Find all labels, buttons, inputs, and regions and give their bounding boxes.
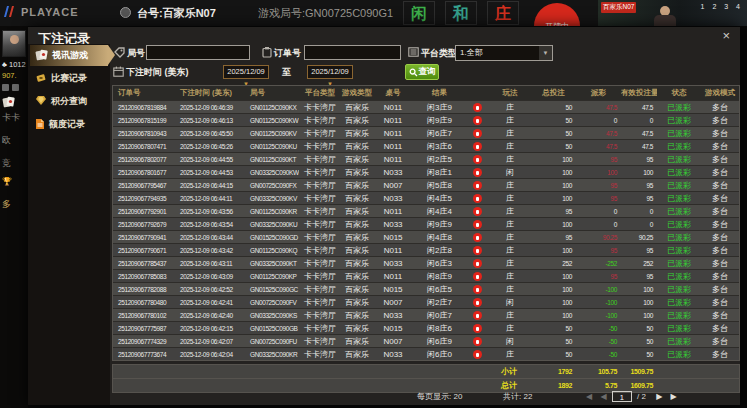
table-row: 2512090677929012025-12-09 06:43:56GN0112…: [113, 204, 739, 217]
cell-platform: 卡卡湾厅: [299, 179, 341, 191]
cell-game-mode: 多台: [701, 348, 739, 360]
bet-records-modal: 下注记录 × 视讯游戏比赛记录积分查询额度记录 局号 订单号 平台类型 1.全部…: [28, 27, 740, 405]
result-detail-icon[interactable]: [466, 218, 489, 230]
table-row: 2512090678074712025-12-09 06:45:26GN0112…: [113, 139, 739, 152]
platform-type-select[interactable]: 1.全部 ▼: [455, 45, 553, 61]
order-number-input[interactable]: [304, 45, 401, 60]
result-detail-icon[interactable]: [466, 309, 489, 321]
cell-result: 闲4庄8: [413, 231, 466, 243]
sidebar-item-fragment: 竞: [2, 157, 11, 170]
cell-play: 庄: [489, 322, 531, 334]
cell-result: 闲3庄9: [413, 101, 466, 113]
last-page-button[interactable]: ▶: [671, 392, 677, 401]
cell-bet-time: 2025-12-09 06:43:56: [175, 205, 245, 217]
first-page-button[interactable]: ◀: [586, 392, 592, 401]
cell-game-type: 百家乐: [341, 140, 373, 152]
cell-game-type: 百家乐: [341, 309, 373, 321]
cell-payout: -252: [576, 257, 621, 269]
sidebar-item-3[interactable]: 积分查询: [30, 91, 108, 112]
cell-status: 已派彩: [657, 348, 701, 360]
gem-icon: [35, 95, 47, 108]
cell-bet-time: 2025-12-09 06:43:11: [175, 257, 245, 269]
cell-total-bet: 50: [531, 140, 576, 152]
cell-total-bet: 100: [531, 192, 576, 204]
cell-status: 已派彩: [657, 270, 701, 282]
cell-bet-time: 2025-12-09 06:44:11: [175, 192, 245, 204]
cell-payout: 95: [576, 153, 621, 165]
result-detail-icon[interactable]: [466, 296, 489, 308]
cell-round-no: GN01525C090GC: [245, 283, 299, 295]
page-number-input[interactable]: 1: [612, 391, 632, 402]
result-detail-icon[interactable]: [466, 192, 489, 204]
next-page-button[interactable]: ▶: [656, 392, 662, 401]
to-label: 至: [282, 66, 291, 79]
cell-valid-bet: 95: [621, 244, 657, 256]
cell-result: 闲3庄6: [413, 140, 466, 152]
result-detail-icon[interactable]: [466, 101, 489, 113]
round-number-input[interactable]: [146, 45, 250, 60]
result-detail-icon[interactable]: [466, 257, 489, 269]
cell-order-no: 251209067780102: [113, 309, 175, 321]
cell-status: 已派彩: [657, 114, 701, 126]
cell-game-mode: 多台: [701, 270, 739, 282]
cell-bet-time: 2025-12-09 06:45:50: [175, 127, 245, 139]
sidebar-item-2[interactable]: 比赛记录: [30, 68, 108, 89]
close-icon[interactable]: ×: [722, 29, 730, 43]
cell-valid-bet: 95: [621, 192, 657, 204]
cell-result: 闲6庄3: [413, 257, 466, 269]
cell-platform: 卡卡湾厅: [299, 296, 341, 308]
cell-platform: 卡卡湾厅: [299, 231, 341, 243]
result-detail-icon[interactable]: [466, 270, 489, 282]
cell-game-mode: 多台: [701, 153, 739, 165]
cell-bet-time: 2025-12-09 06:42:41: [175, 296, 245, 308]
cell-table-no: N033: [373, 309, 413, 321]
seat-numbers: 1 2 3 4: [701, 3, 743, 10]
cell-play: 庄: [489, 140, 531, 152]
result-detail-icon[interactable]: [466, 114, 489, 126]
result-detail-icon[interactable]: [466, 244, 489, 256]
result-detail-icon[interactable]: [466, 140, 489, 152]
cell-valid-bet: 90.25: [621, 231, 657, 243]
column-header: 局号: [245, 86, 299, 100]
sidebar-item-fragment: 卡卡: [2, 111, 20, 124]
cell-valid-bet: 95: [621, 179, 657, 191]
result-detail-icon[interactable]: [466, 348, 489, 360]
result-detail-icon[interactable]: [466, 127, 489, 139]
cell-bet-time: 2025-12-09 06:44:53: [175, 166, 245, 178]
table-row: 2512090677909412025-12-09 06:43:44GN0152…: [113, 230, 739, 243]
cell-status: 已派彩: [657, 179, 701, 191]
table-status-icon: [120, 7, 131, 18]
cell-bet-time: 2025-12-09 06:43:42: [175, 244, 245, 256]
cell-payout: 47.5: [576, 140, 621, 152]
cell-bet-time: 2025-12-09 06:46:39: [175, 101, 245, 113]
cell-play: 庄: [489, 231, 531, 243]
sidebar-item-4[interactable]: 额度记录: [30, 114, 108, 135]
result-detail-icon[interactable]: [466, 335, 489, 347]
result-detail-icon[interactable]: [466, 166, 489, 178]
cell-play: 庄: [489, 283, 531, 295]
cell-table-no: N011: [373, 140, 413, 152]
cell-result: 闲6庄5: [413, 283, 466, 295]
table-row: 2512090678109432025-12-09 06:45:50GN0112…: [113, 126, 739, 139]
cell-game-type: 百家乐: [341, 192, 373, 204]
cell-play: 庄: [489, 244, 531, 256]
cell-result: 闲8庄6: [413, 322, 466, 334]
date-to-picker[interactable]: 2025/12/09 ▼: [307, 65, 353, 79]
result-detail-icon[interactable]: [466, 322, 489, 334]
result-detail-icon[interactable]: [466, 153, 489, 165]
cell-valid-bet: 47.5: [621, 101, 657, 113]
cell-play: 庄: [489, 192, 531, 204]
cell-total-bet: 50: [531, 335, 576, 347]
prev-page-button[interactable]: ◀: [600, 392, 606, 401]
date-from-picker[interactable]: 2025/12/09 ▼: [223, 65, 269, 79]
result-detail-icon[interactable]: [466, 283, 489, 295]
result-detail-icon[interactable]: [466, 179, 489, 191]
cell-result: 闲4庄5: [413, 192, 466, 204]
result-detail-icon[interactable]: [466, 205, 489, 217]
cell-play: 庄: [489, 309, 531, 321]
search-button[interactable]: 查询: [405, 64, 439, 80]
sidebar-item-1[interactable]: 视讯游戏: [30, 45, 108, 66]
column-header: 状态: [657, 86, 701, 100]
player-bet-glyph: 闲: [403, 1, 435, 25]
result-detail-icon[interactable]: [466, 231, 489, 243]
